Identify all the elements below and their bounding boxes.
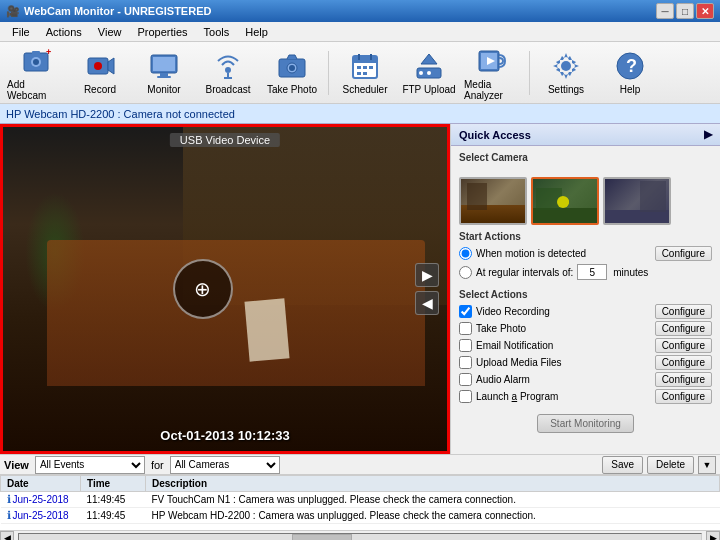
camera-select-title: Select Camera — [459, 152, 712, 163]
close-button[interactable]: ✕ — [696, 3, 714, 19]
scroll-left-button[interactable]: ◀ — [0, 531, 14, 541]
media-analyzer-label: Media Analyzer — [464, 79, 522, 101]
cam-thumb-2-image — [533, 179, 597, 223]
desk — [47, 240, 424, 386]
camera-thumb-1[interactable] — [459, 177, 527, 225]
take-photo-label: Take Photo — [267, 84, 317, 95]
help-button[interactable]: ? Help — [600, 46, 660, 100]
maximize-button[interactable]: □ — [676, 3, 694, 19]
camera-label-bar: HP Webcam HD-2200 : Camera not connected — [0, 104, 720, 124]
configure-motion-button[interactable]: Configure — [655, 246, 712, 261]
camera-thumb-3[interactable] — [603, 177, 671, 225]
broadcast-button[interactable]: Broadcast — [198, 46, 258, 100]
menu-view[interactable]: View — [90, 24, 130, 40]
settings-label: Settings — [548, 84, 584, 95]
view-label: View — [4, 459, 29, 471]
minimize-button[interactable]: ─ — [656, 3, 674, 19]
navigation-circle[interactable]: ⊕ — [173, 259, 233, 319]
event-log-dropdown[interactable]: ▼ — [698, 456, 716, 474]
upload-media-configure[interactable]: Configure — [655, 355, 712, 370]
take-photo-icon — [276, 50, 308, 82]
menu-help[interactable]: Help — [237, 24, 276, 40]
email-notification-row: Email Notification Configure — [459, 338, 712, 353]
launch-program-row: Launch a Program Configure — [459, 389, 712, 404]
table-row: ℹJun-25-2018 11:49:45 HP Webcam HD-2200 … — [1, 508, 720, 524]
scroll-track[interactable] — [18, 533, 702, 541]
ftp-upload-icon — [413, 50, 445, 82]
nav-right-button[interactable]: ▶ — [415, 263, 439, 287]
launch-program-configure[interactable]: Configure — [655, 389, 712, 404]
camera-filter-select[interactable]: All Cameras — [170, 456, 280, 474]
svg-rect-26 — [363, 72, 367, 75]
audio-alarm-row: Audio Alarm Configure — [459, 372, 712, 387]
menu-file[interactable]: File — [4, 24, 38, 40]
settings-button[interactable]: Settings — [536, 46, 596, 100]
delete-button[interactable]: Delete — [647, 456, 694, 474]
menu-actions[interactable]: Actions — [38, 24, 90, 40]
scheduler-icon — [349, 50, 381, 82]
media-analyzer-button[interactable]: Media Analyzer — [463, 46, 523, 100]
video-recording-row: Video Recording Configure — [459, 304, 712, 319]
start-actions-section: Start Actions When motion is detected Co… — [451, 229, 720, 287]
media-analyzer-icon — [477, 45, 509, 77]
take-photo-row: Take Photo Configure — [459, 321, 712, 336]
scroll-right-button[interactable]: ▶ — [706, 531, 720, 541]
audio-alarm-configure[interactable]: Configure — [655, 372, 712, 387]
help-icon: ? — [614, 50, 646, 82]
log-table-container: Date Time Description ℹJun-25-2018 11:49… — [0, 474, 720, 530]
interval-row: At regular intervals of: minutes — [459, 264, 712, 280]
broadcast-icon — [212, 50, 244, 82]
info-icon-2: ℹ — [7, 509, 11, 521]
event-log-buttons: Save Delete ▼ — [602, 456, 716, 474]
svg-text:?: ? — [626, 56, 637, 76]
svg-rect-11 — [157, 76, 171, 78]
menu-properties[interactable]: Properties — [129, 24, 195, 40]
take-photo-button[interactable]: Take Photo — [262, 46, 322, 100]
row2-time: 11:49:45 — [81, 508, 146, 524]
email-notification-checkbox[interactable] — [459, 339, 472, 352]
quick-access-expand[interactable]: ▶ — [704, 128, 712, 141]
video-recording-checkbox[interactable] — [459, 305, 472, 318]
take-photo-checkbox[interactable] — [459, 322, 472, 335]
launch-program-checkbox[interactable] — [459, 390, 472, 403]
take-photo-configure[interactable]: Configure — [655, 321, 712, 336]
interval-radio[interactable] — [459, 266, 472, 279]
email-notification-configure[interactable]: Configure — [655, 338, 712, 353]
start-monitoring-button[interactable]: Start Monitoring — [537, 414, 634, 433]
video-recording-configure[interactable]: Configure — [655, 304, 712, 319]
scheduler-label: Scheduler — [342, 84, 387, 95]
add-webcam-button[interactable]: + Add Webcam — [6, 46, 66, 100]
scheduler-button[interactable]: Scheduler — [335, 46, 395, 100]
scroll-thumb[interactable] — [292, 534, 352, 541]
col-time: Time — [81, 476, 146, 492]
take-photo-action-label: Take Photo — [476, 323, 655, 334]
email-notification-label: Email Notification — [476, 340, 655, 351]
audio-alarm-checkbox[interactable] — [459, 373, 472, 386]
svg-rect-3 — [32, 51, 40, 55]
menu-tools[interactable]: Tools — [196, 24, 238, 40]
svg-point-12 — [225, 67, 231, 73]
camera-thumb-2[interactable] — [531, 177, 599, 225]
svg-rect-10 — [160, 73, 168, 76]
row2-description: HP Webcam HD-2200 : Camera was unplugged… — [146, 508, 720, 524]
record-button[interactable]: Record — [70, 46, 130, 100]
camera-select-section: Select Camera — [451, 146, 720, 173]
motion-detected-radio[interactable] — [459, 247, 472, 260]
navigation-arrows: ▶ ◀ — [415, 263, 439, 315]
row2-date: ℹJun-25-2018 — [1, 508, 81, 524]
ftp-upload-button[interactable]: FTP Upload — [399, 46, 459, 100]
monitor-button[interactable]: Monitor — [134, 46, 194, 100]
add-webcam-icon: + — [20, 45, 52, 77]
launch-program-label: Launch a Program — [476, 391, 655, 402]
col-description: Description — [146, 476, 720, 492]
camera-label: HP Webcam HD-2200 : Camera not connected — [6, 108, 235, 120]
event-log-table: Date Time Description ℹJun-25-2018 11:49… — [0, 475, 720, 524]
event-filter-select[interactable]: All Events Motion Events Camera Events E… — [35, 456, 145, 474]
nav-left-button[interactable]: ◀ — [415, 291, 439, 315]
save-button[interactable]: Save — [602, 456, 643, 474]
main-content: ⊕ ▶ ◀ USB Video Device Oct-01-2013 10:12… — [0, 124, 720, 454]
upload-media-checkbox[interactable] — [459, 356, 472, 369]
svg-rect-23 — [363, 66, 367, 69]
interval-input[interactable] — [577, 264, 607, 280]
cam-thumb-1-image — [461, 179, 525, 223]
